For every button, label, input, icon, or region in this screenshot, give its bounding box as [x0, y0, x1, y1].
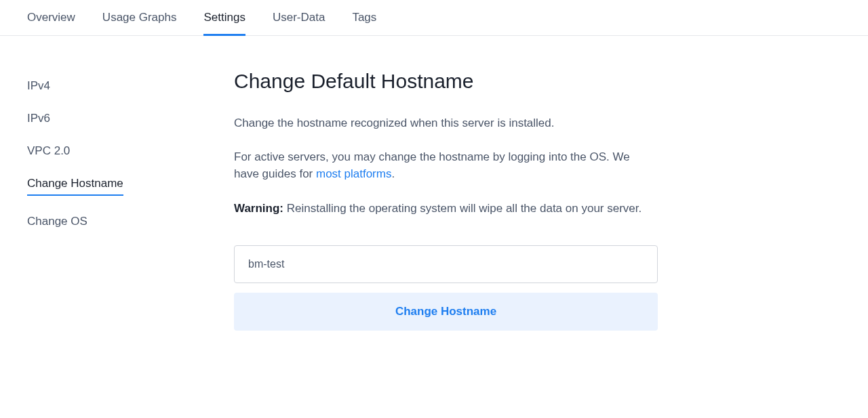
tab-usage-graphs[interactable]: Usage Graphs	[102, 11, 177, 35]
description-2-prefix: For active servers, you may change the h…	[234, 150, 630, 181]
description-line-2: For active servers, you may change the h…	[234, 148, 658, 183]
settings-sidebar: IPv4 IPv6 VPC 2.0 Change Hostname Change…	[27, 70, 210, 331]
sidebar-item-ipv4[interactable]: IPv4	[27, 70, 210, 102]
tab-user-data[interactable]: User-Data	[273, 11, 325, 35]
hostname-input[interactable]	[234, 245, 658, 283]
sidebar-item-label: IPv4	[27, 79, 50, 92]
most-platforms-link[interactable]: most platforms	[316, 167, 391, 180]
sidebar-item-change-os[interactable]: Change OS	[27, 205, 210, 238]
description-line-1: Change the hostname recognized when this…	[234, 114, 658, 132]
main-panel: Change Default Hostname Change the hostn…	[210, 70, 658, 331]
sidebar-item-label: Change Hostname	[27, 177, 123, 196]
content-area: IPv4 IPv6 VPC 2.0 Change Hostname Change…	[0, 36, 868, 364]
warning-body: Reinstalling the operating system will w…	[283, 202, 642, 215]
page-title: Change Default Hostname	[234, 70, 658, 93]
sidebar-item-label: VPC 2.0	[27, 144, 70, 157]
tab-tags[interactable]: Tags	[352, 11, 376, 35]
description-2-suffix: .	[391, 167, 395, 180]
sidebar-item-ipv6[interactable]: IPv6	[27, 102, 210, 135]
warning-paragraph: Warning: Reinstalling the operating syst…	[234, 199, 658, 219]
sidebar-item-vpc[interactable]: VPC 2.0	[27, 135, 210, 167]
sidebar-item-change-hostname[interactable]: Change Hostname	[27, 167, 210, 205]
warning-label: Warning:	[234, 202, 283, 215]
tab-overview[interactable]: Overview	[27, 11, 75, 35]
sidebar-item-label: Change OS	[27, 215, 87, 228]
change-hostname-button[interactable]: Change Hostname	[234, 293, 658, 331]
top-tabs: Overview Usage Graphs Settings User-Data…	[0, 0, 868, 36]
tab-settings[interactable]: Settings	[203, 11, 245, 35]
sidebar-item-label: IPv6	[27, 112, 50, 125]
